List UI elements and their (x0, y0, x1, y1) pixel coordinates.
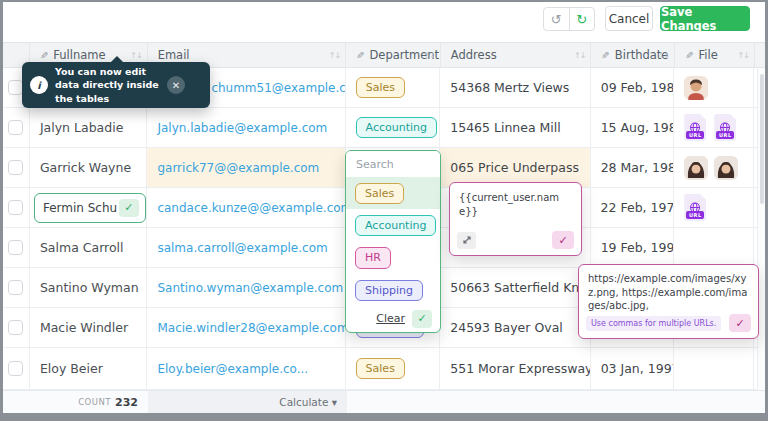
fullname-cell[interactable]: Jalyn Labadie (30, 108, 148, 147)
email-link[interactable]: garrick77@@example.com (157, 161, 319, 175)
sort-icon[interactable]: ↑↓ (329, 51, 340, 60)
url-value[interactable]: https://example.com/images/xyz.png, http… (588, 272, 749, 313)
info-tooltip: i You can now edit data directly inside … (22, 62, 210, 108)
confirm-check-icon[interactable]: ✓ (729, 314, 751, 332)
column-header-department[interactable]: ✎ Department ↑↓ (346, 43, 441, 67)
sort-icon[interactable]: ↑↓ (658, 51, 669, 60)
redo-icon[interactable]: ↻ (570, 8, 595, 30)
birthdate-cell[interactable]: 22 Feb, 1978 (591, 188, 675, 227)
column-header-birthdate[interactable]: ✎ Birthdate ↑↓ (591, 43, 675, 67)
cancel-button[interactable]: Cancel (605, 6, 653, 31)
fullname-text: Macie Windler (40, 320, 128, 335)
department-badge[interactable]: Sales (356, 77, 405, 98)
sort-icon[interactable]: ↑↓ (423, 51, 434, 60)
option-badge: HR (355, 247, 391, 268)
url-file-icon[interactable]: URL (684, 194, 706, 221)
row-checkbox[interactable] (8, 240, 23, 255)
email-cell[interactable]: Macie.windler28@example.com (147, 308, 345, 347)
department-cell[interactable]: Accounting (346, 108, 441, 147)
save-changes-button[interactable]: Save Changes (660, 6, 750, 31)
edit-pencil-icon: ✎ (685, 50, 693, 61)
count-label: COUNT (78, 397, 111, 407)
sort-icon[interactable]: ↑↓ (574, 51, 585, 60)
row-checkbox[interactable] (8, 280, 23, 295)
row-checkbox[interactable] (8, 361, 23, 376)
birthdate-cell[interactable]: 19 Feb, 1991 (591, 228, 675, 267)
birthdate-cell[interactable]: 03 Jan, 1997 (591, 348, 675, 389)
fullname-cell[interactable]: Salma Carroll (30, 228, 148, 267)
email-cell-edited[interactable]: garrick77@@example.com (147, 148, 345, 187)
email-link[interactable]: candace.kunze@@example.com (157, 201, 345, 215)
woman-photo-avatar[interactable] (684, 156, 708, 180)
email-link[interactable]: salma.carroll@example.com (157, 241, 327, 255)
department-badge[interactable]: Sales (356, 358, 405, 379)
row-checkbox[interactable] (8, 120, 23, 135)
expand-icon[interactable] (457, 232, 476, 249)
column-label: File (699, 48, 718, 62)
email-cell[interactable]: salma.carroll@example.com (147, 228, 345, 267)
email-link[interactable]: Eloy.beier@example.co... (157, 362, 308, 376)
url-file-icon[interactable]: URL (714, 114, 736, 141)
dropdown-option-accounting[interactable]: Accounting (346, 209, 440, 241)
calculate-dropdown[interactable]: Calculate ▾ (148, 391, 347, 413)
dropdown-option-sales[interactable]: Sales (346, 177, 440, 209)
apply-check-icon[interactable]: ✓ (412, 310, 432, 328)
department-cell[interactable]: Sales (346, 348, 441, 389)
file-cell[interactable] (674, 228, 754, 267)
dropdown-option-shipping[interactable]: Shipping (346, 274, 440, 306)
sort-icon[interactable]: ↑↓ (130, 51, 141, 60)
table-editor-window: ↺ ↻ Cancel Save Changes ✎ Fullname ↑↓ Em… (3, 2, 765, 413)
file-cell[interactable] (674, 348, 754, 389)
confirm-check-icon[interactable]: ✓ (552, 231, 574, 249)
fullname-cell-editing: ✓ (30, 188, 148, 227)
file-cell[interactable] (674, 68, 754, 107)
email-link[interactable]: Jalyn.labadie@example.com (157, 121, 327, 135)
address-cell[interactable]: 54368 Mertz Views (440, 68, 590, 107)
fullname-cell[interactable]: Garrick Wayne (30, 148, 148, 187)
close-icon[interactable]: ✕ (167, 76, 185, 94)
row-checkbox[interactable] (8, 200, 23, 215)
address-cell[interactable]: 50663 Satterfield Knoll (440, 268, 590, 307)
scrollbar-thumb[interactable] (760, 74, 764, 204)
confirm-check-icon[interactable]: ✓ (119, 199, 139, 217)
email-cell[interactable]: Jalyn.labadie@example.com (147, 108, 345, 147)
column-header-address[interactable]: Address ↑↓ (441, 43, 592, 67)
search-input[interactable] (346, 151, 440, 177)
fullname-cell[interactable]: Macie Windler (30, 308, 148, 347)
address-cell[interactable]: 15465 Linnea Mill (440, 108, 590, 147)
email-cell[interactable]: Eloy.beier@example.co... (147, 348, 345, 389)
checkbox-cell (3, 228, 30, 267)
file-cell[interactable]: URL (674, 188, 754, 227)
row-checkbox[interactable] (8, 160, 23, 175)
fullname-cell[interactable]: Eloy Beier (30, 348, 148, 389)
vertical-scrollbar[interactable] (757, 68, 765, 390)
fullname-input[interactable] (43, 201, 119, 215)
email-link[interactable]: Santino.wyman@example.com (157, 281, 343, 295)
column-label: Fullname (53, 48, 105, 62)
email-link[interactable]: chumm51@example.co... (211, 81, 345, 95)
birthdate-cell[interactable]: 09 Feb, 1980 (591, 68, 675, 107)
column-header-file[interactable]: ✎ File ↑↓ (675, 43, 755, 67)
department-cell[interactable]: Sales (346, 68, 441, 107)
dropdown-footer: Clear ✓ (346, 306, 440, 333)
row-checkbox[interactable] (8, 320, 23, 335)
email-cell[interactable]: Santino.wyman@example.com (147, 268, 345, 307)
dropdown-option-hr[interactable]: HR (346, 241, 440, 273)
address-cell[interactable]: 551 Morar Expressway (440, 348, 590, 389)
formula-value[interactable]: {{current_user.name}} (459, 191, 572, 218)
birthdate-cell[interactable]: 28 Mar, 1986 (591, 148, 675, 187)
birthdate-cell[interactable]: 15 Aug, 1980 (591, 108, 675, 147)
department-badge[interactable]: Accounting (356, 117, 437, 138)
clear-link[interactable]: Clear (376, 312, 405, 325)
sort-icon[interactable]: ↑↓ (738, 51, 749, 60)
man-photo-avatar[interactable] (684, 76, 708, 100)
address-cell[interactable]: 24593 Bayer Oval (440, 308, 590, 347)
undo-icon[interactable]: ↺ (544, 8, 570, 30)
file-cell[interactable]: URL URL (674, 108, 754, 147)
url-file-icon[interactable]: URL (684, 114, 706, 141)
woman-photo-avatar[interactable] (714, 156, 738, 180)
email-cell[interactable]: candace.kunze@@example.com (147, 188, 345, 227)
fullname-cell[interactable]: Santino Wyman (30, 268, 148, 307)
file-cell[interactable] (674, 148, 754, 187)
email-link[interactable]: Macie.windler28@example.com (157, 321, 345, 335)
